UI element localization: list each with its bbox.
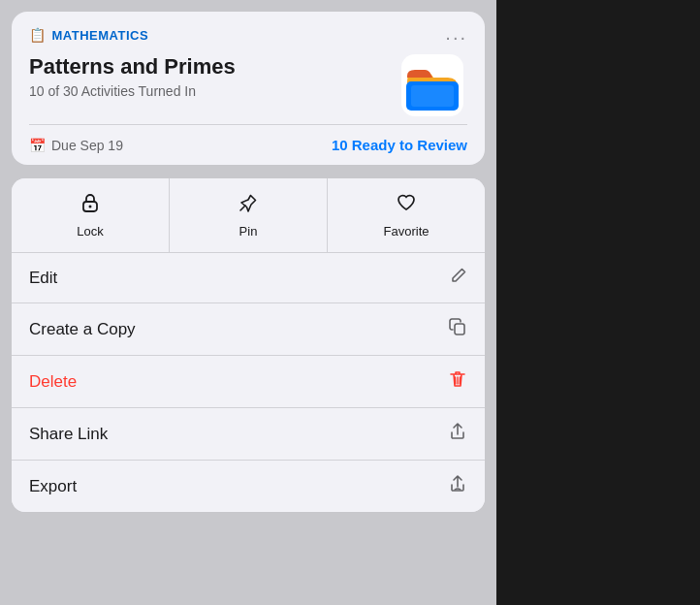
ready-to-review[interactable]: 10 Ready to Review — [332, 137, 467, 153]
card-text: Patterns and Primes 10 of 30 Activities … — [29, 54, 386, 111]
pin-icon — [238, 192, 259, 218]
share-link-menu-item[interactable]: Share Link — [12, 408, 485, 461]
share-icon — [448, 422, 467, 446]
edit-label: Edit — [29, 269, 57, 288]
favorite-label: Favorite — [384, 224, 430, 239]
export-menu-item[interactable]: Export — [12, 461, 485, 512]
delete-label: Delete — [29, 372, 77, 392]
due-date-text: Due Sep 19 — [51, 138, 123, 153]
assignment-subtitle: 10 of 30 Activities Turned In — [29, 83, 386, 99]
more-button[interactable]: ··· — [445, 27, 467, 47]
create-copy-label: Create a Copy — [29, 320, 136, 339]
subject-text: MATHEMATICS — [52, 28, 149, 43]
trash-icon — [448, 369, 467, 394]
calendar-icon: 📅 — [29, 138, 46, 153]
create-copy-menu-item[interactable]: Create a Copy — [12, 303, 485, 356]
export-icon — [448, 474, 467, 498]
svg-rect-2 — [411, 85, 454, 107]
due-date: 📅 Due Sep 19 — [29, 138, 123, 153]
subject-icon: 📋 — [29, 27, 47, 43]
assignment-card: 📋 MATHEMATICS ··· Patterns and Primes 10… — [12, 12, 485, 165]
right-panel — [496, 0, 700, 605]
svg-line-5 — [240, 206, 245, 210]
subject-label: 📋 MATHEMATICS — [29, 27, 148, 43]
assignment-title: Patterns and Primes — [29, 54, 386, 80]
lock-action[interactable]: Lock — [12, 178, 170, 252]
svg-rect-6 — [455, 324, 464, 334]
action-row: Lock Pin Favorite — [12, 178, 485, 253]
pin-label: Pin — [239, 224, 258, 239]
folder-icon — [398, 50, 467, 120]
lock-icon — [80, 192, 101, 218]
edit-menu-item[interactable]: Edit — [12, 253, 485, 303]
folder-icon-container — [398, 50, 467, 120]
pin-action[interactable]: Pin — [170, 178, 328, 252]
delete-menu-item[interactable]: Delete — [12, 356, 485, 408]
edit-icon — [450, 267, 467, 289]
context-menu: Lock Pin Favorite — [12, 178, 485, 512]
heart-icon — [396, 192, 417, 218]
svg-point-4 — [89, 206, 92, 208]
card-top: 📋 MATHEMATICS ··· — [29, 27, 467, 47]
card-bottom: 📅 Due Sep 19 10 Ready to Review — [29, 124, 467, 165]
export-label: Export — [29, 477, 77, 496]
copy-icon — [448, 317, 467, 341]
favorite-action[interactable]: Favorite — [328, 178, 485, 252]
lock-label: Lock — [77, 224, 103, 239]
main-content: 📋 MATHEMATICS ··· Patterns and Primes 10… — [0, 0, 496, 605]
share-link-label: Share Link — [29, 425, 108, 444]
card-body: Patterns and Primes 10 of 30 Activities … — [29, 54, 467, 120]
